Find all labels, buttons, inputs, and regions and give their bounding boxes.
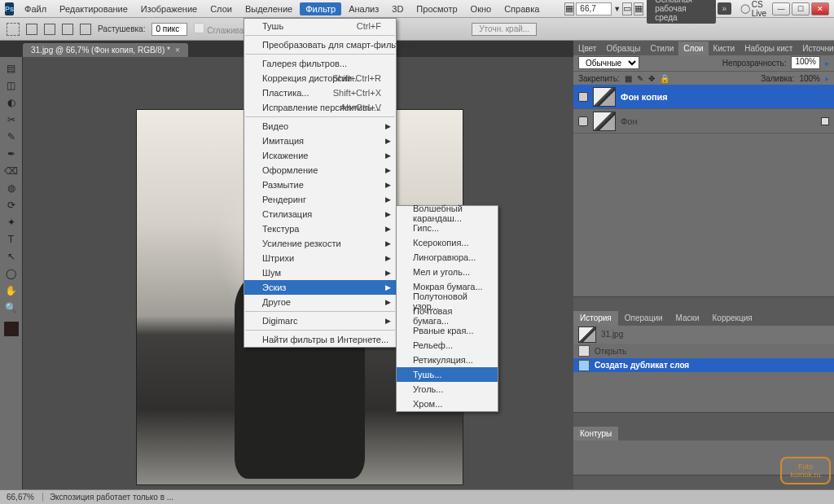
tool-dodge[interactable]: ✦ [2, 214, 20, 230]
tool-hand[interactable]: ✋ [2, 283, 20, 299]
tool-move[interactable]: ▤ [2, 60, 20, 77]
blend-mode-select[interactable]: Обычные [578, 56, 639, 69]
cslive-label[interactable]: CS Live [752, 0, 767, 18]
tab-history[interactable]: История [573, 311, 618, 326]
tab-adjustments[interactable]: Коррекция [706, 311, 759, 326]
menu-item-sketch[interactable]: Эскиз▶ [244, 280, 396, 295]
lock-pixels-icon[interactable]: ▦ [625, 74, 632, 83]
tab-swatches[interactable]: Образцы [601, 42, 645, 55]
tool-zoom[interactable]: 🔍 [2, 300, 20, 316]
menu-window[interactable]: Окно [465, 2, 498, 15]
eye-icon[interactable] [578, 92, 588, 102]
menu-item-pixelate[interactable]: Оформление▶ [244, 163, 396, 177]
submenu-item[interactable]: Уголь... [397, 382, 498, 397]
menu-item-liquify[interactable]: Пластика...Shift+Ctrl+X [244, 85, 396, 100]
history-item[interactable]: Создать дубликат слоя [573, 358, 834, 373]
mb-icon[interactable]: ▦ [564, 2, 574, 15]
tool-smudge[interactable]: ⟳ [2, 197, 20, 213]
marquee-tool-icon[interactable] [7, 23, 20, 36]
tool-brush[interactable]: ✒ [2, 146, 20, 162]
menu-item-artistic[interactable]: Имитация▶ [244, 134, 396, 148]
menu-analysis[interactable]: Анализ [343, 2, 384, 15]
tab-color[interactable]: Цвет [573, 42, 601, 55]
status-info[interactable]: Экспозиция работает только в ... [42, 493, 173, 502]
marquee-int-icon[interactable] [80, 24, 91, 35]
layer-row[interactable]: Фон копия [573, 85, 834, 109]
menu-select[interactable]: Выделение [239, 2, 298, 15]
tab-brushpresets[interactable]: Наборы кист [740, 42, 797, 55]
submenu-item[interactable]: Линогравюра... [397, 250, 498, 265]
menu-layer[interactable]: Слои [204, 2, 238, 15]
tool-text[interactable]: T [2, 231, 20, 248]
submenu-item[interactable]: Тушь... [397, 367, 498, 382]
menu-item-render[interactable]: Рендеринг▶ [244, 192, 396, 207]
menu-item-vanishing-point[interactable]: Исправление перспективы...Alt+Ctrl+V [244, 100, 396, 115]
menu-item-texture[interactable]: Текстура▶ [244, 221, 396, 236]
menu-edit[interactable]: Редактирование [54, 2, 134, 15]
menu-item-distort[interactable]: Искажение▶ [244, 148, 396, 163]
tab-styles[interactable]: Стили [645, 42, 678, 55]
feather-input[interactable] [151, 23, 187, 36]
color-swatch[interactable] [4, 322, 19, 336]
menu-file[interactable]: Файл [19, 2, 52, 15]
workspace-more[interactable]: » [718, 2, 732, 15]
tab-actions[interactable]: Операции [618, 311, 669, 326]
status-zoom[interactable]: 66,67% [7, 493, 34, 502]
menu-item-browse-online[interactable]: Найти фильтры в Интернете... [244, 332, 396, 347]
submenu-item[interactable]: Мел и уголь... [397, 265, 498, 279]
close-icon[interactable]: × [175, 46, 180, 55]
menu-image[interactable]: Изображение [135, 2, 203, 15]
tool-eraser[interactable]: ⌫ [2, 163, 20, 179]
tab-masks[interactable]: Маски [669, 311, 706, 326]
fill-input[interactable]: 100% [799, 74, 820, 83]
history-item[interactable]: Открыть [573, 344, 834, 358]
tool-lasso[interactable]: ◐ [2, 94, 20, 111]
cslive-icon[interactable]: ◯ [740, 3, 750, 14]
marquee-new-icon[interactable] [26, 24, 37, 35]
workspace-switcher[interactable]: Основная рабочая среда [647, 0, 715, 24]
lock-all-icon[interactable]: 🔒 [660, 74, 669, 83]
chevron-right-icon[interactable]: ▸ [825, 59, 829, 68]
menu-item-blur[interactable]: Размытие▶ [244, 177, 396, 192]
tool-shape[interactable]: ◯ [2, 265, 20, 282]
menu-item-sharpen[interactable]: Усиление резкости▶ [244, 236, 396, 251]
menu-item-last-filter[interactable]: ТушьCtrl+F [244, 19, 396, 33]
opacity-input[interactable]: 100% [791, 56, 820, 69]
tool-eyedropper[interactable]: ✎ [2, 129, 20, 145]
tab-brushes[interactable]: Кисти [709, 42, 740, 55]
window-minimize[interactable]: — [772, 2, 790, 15]
screenmode-icon[interactable]: ▭ [622, 2, 632, 15]
zoom-field[interactable]: 66,7 [576, 2, 612, 15]
document-tab[interactable]: 31.jpg @ 66,7% (Фон копия, RGB/8) * × [23, 43, 188, 57]
layer-row[interactable]: Фон [573, 109, 834, 134]
window-maximize[interactable]: ☐ [792, 2, 810, 15]
tab-clonesource[interactable]: Источник кло [797, 42, 834, 55]
menu-item-filter-gallery[interactable]: Галерея фильтров... [244, 56, 396, 71]
tool-path[interactable]: ↖ [2, 248, 20, 265]
submenu-item[interactable]: Ксерокопия... [397, 235, 498, 250]
lock-paint-icon[interactable]: ✎ [637, 74, 643, 83]
marquee-add-icon[interactable] [44, 24, 55, 35]
tab-layers[interactable]: Слои [678, 42, 708, 55]
window-close[interactable]: ✕ [811, 2, 829, 15]
menu-item-noise[interactable]: Шум▶ [244, 265, 396, 280]
menu-filter[interactable]: Фильтр [300, 2, 341, 15]
marquee-sub-icon[interactable] [62, 24, 73, 35]
submenu-item[interactable]: Рельеф... [397, 338, 498, 353]
menu-item-lens-correction[interactable]: Коррекция дисторсии...Shift+Ctrl+R [244, 71, 396, 85]
submenu-item[interactable]: Почтовая бумага... [397, 309, 498, 323]
arrange-icon[interactable]: ▦ [634, 2, 643, 15]
submenu-item[interactable]: Волшебный карандаш... [397, 206, 498, 221]
menu-item-stylize[interactable]: Стилизация▶ [244, 207, 396, 221]
menu-help[interactable]: Справка [498, 2, 545, 15]
tool-gradient[interactable]: ◍ [2, 180, 20, 196]
eye-icon[interactable] [578, 116, 588, 126]
menu-view[interactable]: Просмотр [410, 2, 463, 15]
lock-move-icon[interactable]: ✥ [648, 74, 655, 83]
menu-item-strokes[interactable]: Штрихи▶ [244, 251, 396, 265]
menu-item-smart-convert[interactable]: Преобразовать для смарт-фильтров [244, 37, 396, 52]
menu-item-video[interactable]: Видео▶ [244, 119, 396, 134]
refine-edge-button[interactable]: Уточн. край... [472, 23, 537, 36]
submenu-item[interactable]: Хром... [397, 397, 498, 411]
chevron-right-icon[interactable]: ▸ [825, 74, 829, 83]
